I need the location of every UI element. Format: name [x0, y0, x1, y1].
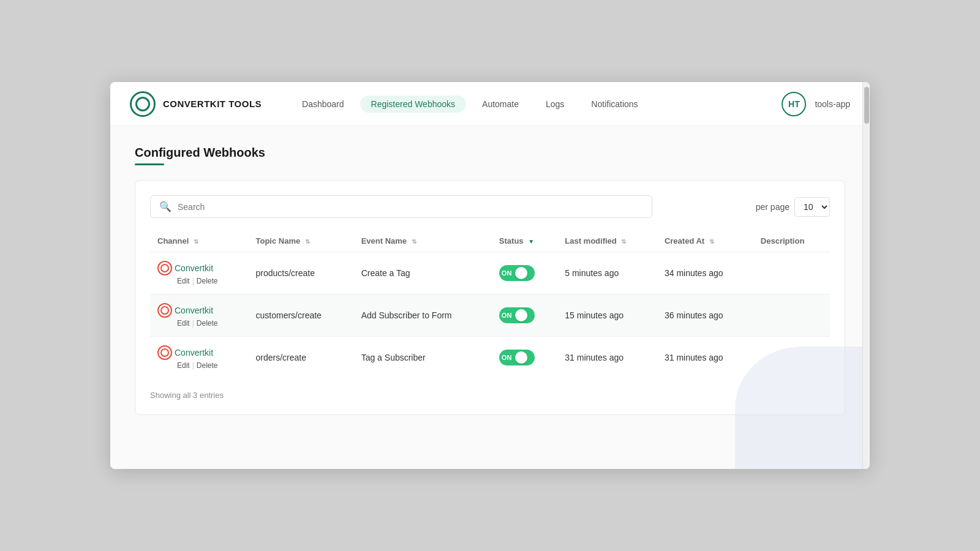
logo-text: CONVERTKIT TOOLS — [163, 99, 262, 109]
cell-created-at-3: 31 minutes ago — [657, 337, 753, 379]
col-status[interactable]: Status ▼ — [492, 230, 557, 252]
nav-link-registered-webhooks[interactable]: Registered Webhooks — [360, 96, 466, 113]
cell-channel-2: Convertkit Edit | Delete — [150, 294, 249, 337]
nav-link-logs[interactable]: Logs — [535, 96, 575, 113]
toggle-knob-3 — [515, 351, 527, 364]
search-bar-row: 🔍 per page 10 25 50 — [150, 195, 830, 218]
edit-link-3[interactable]: Edit — [177, 361, 190, 370]
per-page-select[interactable]: 10 25 50 — [794, 197, 830, 217]
delete-link-3[interactable]: Delete — [197, 361, 218, 370]
cell-description-1 — [753, 252, 830, 294]
sort-icon-status: ▼ — [528, 238, 534, 245]
table-container: 🔍 per page 10 25 50 Chan — [135, 180, 845, 415]
cell-created-at-1: 34 minutes ago — [657, 252, 753, 294]
col-created-at[interactable]: Created At ⇅ — [657, 230, 753, 252]
nav-link-dashboard[interactable]: Dashboard — [291, 96, 355, 113]
data-table: Channel ⇅ Topic Name ⇅ Event Name ⇅ St — [150, 230, 830, 378]
toggle-2[interactable]: ON — [499, 307, 535, 323]
cell-last-modified-1: 5 minutes ago — [557, 252, 657, 294]
table-row: Convertkit Edit | Delete orders/create T… — [150, 337, 830, 379]
title-underline — [135, 163, 164, 165]
cell-topic-3: orders/create — [249, 337, 354, 379]
sort-icon-topic: ⇅ — [305, 238, 310, 245]
scrollbar[interactable] — [862, 82, 870, 469]
sort-icon-created: ⇅ — [709, 238, 714, 245]
main-content: Configured Webhooks 🔍 per page 10 25 50 — [110, 126, 870, 469]
nav-link-automate[interactable]: Automate — [471, 96, 530, 113]
cell-event-2: Add Subscriber to Form — [354, 294, 492, 337]
cell-topic-1: products/create — [249, 252, 354, 294]
entries-info: Showing all 3 entries — [150, 391, 830, 400]
edit-link-1[interactable]: Edit — [177, 277, 190, 285]
col-topic-name[interactable]: Topic Name ⇅ — [249, 230, 354, 252]
scrollbar-thumb[interactable] — [864, 87, 869, 124]
sort-icon-channel: ⇅ — [194, 238, 198, 245]
table-row: Convertkit Edit | Delete products/create… — [150, 252, 830, 294]
cell-status-3[interactable]: ON — [492, 337, 557, 379]
cell-last-modified-2: 15 minutes ago — [557, 294, 657, 337]
per-page-area: per page 10 25 50 — [756, 197, 830, 217]
logo-icon — [130, 91, 156, 117]
logo-area: CONVERTKIT TOOLS — [130, 91, 262, 117]
cell-description-2 — [753, 294, 830, 337]
page-title: Configured Webhooks — [135, 146, 845, 160]
nav-links: Dashboard Registered Webhooks Automate L… — [291, 96, 782, 113]
col-event-name[interactable]: Event Name ⇅ — [354, 230, 492, 252]
sort-icon-event: ⇅ — [412, 238, 417, 245]
toggle-knob-1 — [515, 267, 527, 279]
delete-link-1[interactable]: Delete — [197, 277, 218, 285]
convertkit-icon-3 — [157, 345, 172, 360]
table-header-row: Channel ⇅ Topic Name ⇅ Event Name ⇅ St — [150, 230, 830, 252]
nav-right: HT tools-app — [782, 92, 850, 116]
nav-bar: CONVERTKIT TOOLS Dashboard Registered We… — [110, 82, 870, 126]
nav-link-notifications[interactable]: Notifications — [580, 96, 649, 113]
table-row: Convertkit Edit | Delete customers/creat… — [150, 294, 830, 337]
delete-link-2[interactable]: Delete — [197, 319, 218, 328]
search-icon: 🔍 — [159, 201, 172, 212]
cell-description-3 — [753, 337, 830, 379]
avatar[interactable]: HT — [782, 92, 806, 116]
cell-last-modified-3: 31 minutes ago — [557, 337, 657, 379]
toggle-knob-2 — [515, 309, 527, 321]
cell-created-at-2: 36 minutes ago — [657, 294, 753, 337]
toggle-3[interactable]: ON — [499, 350, 535, 365]
per-page-label: per page — [756, 202, 790, 212]
cell-channel-3: Convertkit Edit | Delete — [150, 337, 249, 379]
edit-link-2[interactable]: Edit — [177, 319, 190, 328]
cell-channel-1: Convertkit Edit | Delete — [150, 252, 249, 294]
toggle-1[interactable]: ON — [499, 265, 535, 281]
cell-status-1[interactable]: ON — [492, 252, 557, 294]
browser-window: CONVERTKIT TOOLS Dashboard Registered We… — [110, 82, 870, 469]
app-name: tools-app — [815, 99, 850, 109]
convertkit-icon-2 — [157, 303, 172, 318]
search-box: 🔍 — [150, 195, 652, 218]
col-description: Description — [753, 230, 830, 252]
cell-event-1: Create a Tag — [354, 252, 492, 294]
cell-status-2[interactable]: ON — [492, 294, 557, 337]
col-channel[interactable]: Channel ⇅ — [150, 230, 249, 252]
sort-icon-last-modified: ⇅ — [621, 238, 626, 245]
convertkit-icon-1 — [157, 261, 172, 276]
col-last-modified[interactable]: Last modified ⇅ — [557, 230, 657, 252]
cell-topic-2: customers/create — [249, 294, 354, 337]
search-input[interactable] — [178, 202, 643, 212]
cell-event-3: Tag a Subscriber — [354, 337, 492, 379]
